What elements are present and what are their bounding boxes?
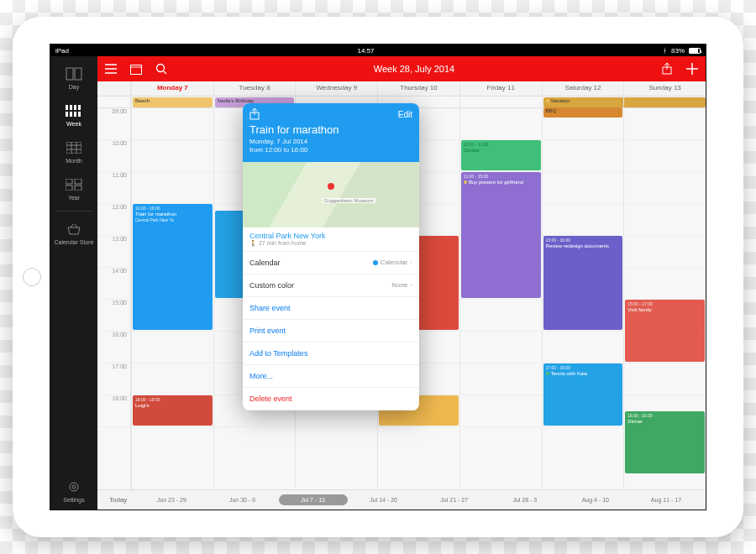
day-column[interactable]: 10:00 - 11:00Dentist11:00 - 15:00Buy pre… (459, 108, 542, 489)
sidebar-item-settings[interactable]: Settings (50, 473, 97, 510)
hour-label: 15:00 (97, 300, 130, 332)
svg-rect-1 (75, 68, 81, 80)
svg-rect-8 (74, 112, 76, 117)
week-chip[interactable]: Jul 28 - 3 (491, 494, 559, 505)
month-icon (65, 140, 83, 155)
event-map[interactable]: Guggenheim Museum (243, 162, 419, 227)
day-icon (65, 66, 83, 81)
day-header[interactable]: Thursday 10 (377, 81, 459, 96)
calendar-event[interactable]: 11:00 - 15:00Buy present for girlfriend (461, 172, 541, 298)
svg-rect-16 (75, 179, 81, 184)
week-chip[interactable]: Aug 11 - 17 (632, 494, 701, 505)
calendar-event[interactable]: 17:00 - 19:00Tennis with Kate (543, 363, 623, 426)
day-header[interactable]: Sunday 13 (623, 81, 706, 96)
delete-event-button[interactable]: Delete event (243, 388, 419, 410)
hour-label: 16:00 (97, 332, 130, 363)
hour-label: 13:00 (97, 236, 130, 268)
svg-rect-0 (66, 68, 73, 80)
calendar-event[interactable]: 13:00 - 16:00Review redesign documents (543, 236, 623, 330)
sidebar-item-label: Day (69, 84, 79, 90)
day-header[interactable]: Saturday 12 (542, 81, 624, 96)
status-time: 14:57 (69, 47, 663, 55)
svg-rect-9 (78, 112, 81, 117)
basket-icon (65, 222, 83, 237)
calendar-event[interactable]: 10:00 - 11:00Dentist (461, 140, 541, 170)
calendar-event[interactable]: 18:30 - 20:30Dinner (625, 411, 705, 473)
popover-action[interactable]: Add to Templates (243, 342, 419, 365)
day-header-row: Monday 7Tuesday 8Wednesday 9Thursday 10F… (97, 81, 706, 97)
sidebar-item-label: Month (66, 158, 81, 164)
toolbar: Week 28, July 2014 (97, 56, 706, 81)
calendar-event[interactable]: 18:00 - 19:00Luigi's (133, 395, 213, 426)
hour-label: 11:00 (97, 172, 130, 204)
week-chip[interactable]: Aug 4 - 10 (561, 494, 630, 505)
bluetooth-icon: ᚼ (663, 47, 667, 55)
day-column[interactable]: 13:00 - 16:00Review redesign documents17… (542, 108, 624, 489)
walk-icon: 🚶 (249, 240, 257, 246)
ipad-frame: iPad 14:57 ᚼ 83% Day Week Month (13, 17, 743, 537)
week-chip[interactable]: Jun 30 - 6 (207, 494, 276, 505)
popover-action[interactable]: More... (243, 365, 419, 388)
add-icon[interactable] (685, 62, 699, 76)
battery-label: 83% (671, 47, 685, 55)
popover-row[interactable]: Calendar Calendar › (243, 252, 419, 274)
calendar-event[interactable]: 15:00 - 17:00Visit family (625, 300, 705, 362)
day-column[interactable]: 12:00 - 16:00Train for marathonCentral P… (131, 108, 213, 489)
day-column[interactable]: 15:00 - 17:00Visit family18:30 - 20:30Di… (623, 108, 706, 489)
svg-line-27 (164, 71, 167, 75)
week-chip[interactable]: Jun 23 - 29 (137, 494, 206, 505)
calendar-event[interactable]: 12:00 - 16:00Train for marathonCentral P… (133, 204, 213, 330)
week-chip[interactable]: Jul 7 - 13 (279, 494, 348, 505)
week-icon (65, 103, 83, 118)
svg-rect-6 (66, 112, 68, 117)
today-button[interactable]: Today (102, 496, 134, 504)
calendar-icon[interactable] (129, 62, 143, 76)
sidebar-item-label: Calendar Store (54, 239, 93, 246)
search-icon[interactable] (155, 62, 168, 76)
hour-label: 17:00 (97, 363, 130, 395)
sidebar-item-store[interactable]: Calendar Store (50, 215, 97, 253)
popover-action[interactable]: Share event (243, 297, 419, 320)
sidebar-item-month[interactable]: Month (50, 133, 97, 170)
gear-icon (65, 479, 83, 494)
svg-rect-10 (66, 142, 81, 154)
edit-button[interactable]: Edit (398, 110, 412, 119)
status-bar: iPad 14:57 ᚼ 83% (50, 44, 706, 56)
day-header[interactable]: Tuesday 8 (213, 81, 296, 96)
sidebar-item-label: Year (68, 195, 80, 201)
svg-rect-5 (78, 105, 81, 110)
svg-point-26 (157, 65, 165, 72)
device-label: iPad (55, 47, 69, 55)
sidebar-item-day[interactable]: Day (50, 60, 97, 97)
hour-label: 18:00 (97, 395, 130, 427)
hour-label: 14:00 (97, 268, 130, 300)
popover-row[interactable]: Custom colorNone › (243, 274, 419, 297)
svg-rect-4 (74, 105, 76, 110)
sidebar-item-year[interactable]: Year (50, 170, 97, 207)
svg-rect-24 (131, 65, 142, 74)
day-header[interactable]: Wednesday 9 (295, 81, 377, 96)
hour-label: 09:00 (97, 108, 130, 140)
svg-rect-18 (75, 186, 81, 191)
event-time: from 12:00 to 16:00 (249, 146, 412, 154)
home-button[interactable] (23, 268, 41, 286)
day-header[interactable]: Monday 7 (131, 81, 213, 96)
day-header[interactable]: Friday 11 (459, 81, 542, 96)
sidebar-item-week[interactable]: Week (50, 97, 97, 133)
week-chip[interactable]: Jul 14 - 20 (349, 494, 418, 505)
hour-label: 10:00 (97, 140, 130, 172)
popover-share-icon[interactable] (249, 108, 260, 120)
week-chip[interactable]: Jul 21 - 27 (420, 494, 489, 505)
svg-rect-3 (70, 105, 72, 110)
location-cell[interactable]: Central Park New York 🚶 27 min from home (243, 227, 419, 252)
share-icon[interactable] (660, 62, 674, 76)
popover-action[interactable]: Print event (243, 320, 419, 342)
svg-rect-17 (66, 186, 72, 191)
map-pin-icon (328, 183, 334, 190)
event-title: Train for marathon (249, 123, 412, 136)
location-distance: 27 min from home (259, 240, 306, 246)
menu-icon[interactable] (104, 62, 118, 76)
svg-rect-2 (66, 105, 68, 110)
map-label: Guggenheim Museum (323, 198, 375, 203)
svg-rect-15 (66, 179, 72, 184)
